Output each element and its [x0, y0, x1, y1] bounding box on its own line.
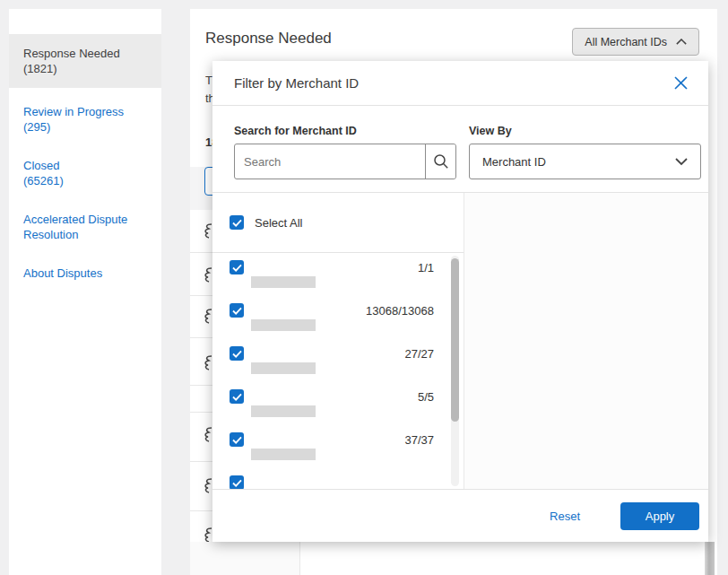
merchant-ids-dropdown-label: All Merchant IDs	[585, 36, 667, 48]
chevron-up-icon	[676, 39, 687, 46]
merchant-id-search	[234, 144, 456, 179]
merchant-items-list: 1/1 13068/13068 27/27 5/5	[212, 253, 464, 489]
redacted-merchant-id	[251, 362, 316, 374]
sidebar: Response Needed (1821) Review in Progres…	[9, 9, 161, 575]
sidebar-item-label: Closed	[23, 158, 147, 173]
list-scrollbar-track[interactable]	[451, 256, 459, 486]
sidebar-item-accelerated-dispute-resolution[interactable]: Accelerated Dispute Resolution	[23, 212, 147, 242]
modal-header: Filter by Merchant ID	[212, 61, 708, 106]
modal-right-pane	[464, 193, 708, 489]
merchant-dispute-count: 5/5	[418, 390, 434, 404]
view-by-select[interactable]: Merchant ID	[469, 144, 701, 179]
checkmark-icon	[232, 436, 242, 444]
modal-body: Select All 1/1 13068/13068 27/27	[212, 193, 708, 489]
modal-filter-form: Search for Merchant ID View By Merchant …	[212, 106, 708, 193]
redacted-merchant-id	[251, 319, 316, 331]
merchant-list-item[interactable]: 27/27	[212, 339, 464, 382]
merchant-list-item[interactable]: 1/1	[212, 253, 464, 296]
select-all-label: Select All	[255, 216, 302, 230]
sidebar-top-box	[9, 9, 161, 34]
merchant-ids-dropdown-button[interactable]: All Merchant IDs	[572, 28, 699, 56]
search-input[interactable]	[235, 144, 425, 179]
sidebar-item-about-disputes[interactable]: About Disputes	[23, 266, 147, 281]
checkmark-icon	[232, 264, 242, 272]
select-all-row[interactable]: Select All	[212, 193, 464, 253]
list-scrollbar-thumb[interactable]	[451, 258, 459, 422]
apply-button[interactable]: Apply	[620, 502, 699, 530]
merchant-checkbox[interactable]	[230, 303, 244, 318]
merchant-dispute-count: 1/1	[418, 261, 434, 274]
sidebar-item-label: Response Needed	[23, 46, 147, 61]
merchant-list-pane: Select All 1/1 13068/13068 27/27	[212, 193, 464, 489]
merchant-dispute-count: 37/37	[404, 433, 434, 447]
table-first-column-area	[190, 542, 300, 575]
modal-footer: Reset Apply	[212, 489, 708, 542]
close-button[interactable]	[672, 74, 690, 92]
sidebar-item-label: About Disputes	[23, 266, 147, 281]
checkmark-icon	[232, 393, 242, 401]
sidebar-item-label: Accelerated Dispute Resolution	[23, 212, 147, 242]
merchant-list-item[interactable]: 13068/13068	[212, 296, 464, 339]
sidebar-item-count: (1821)	[23, 61, 147, 76]
merchant-checkbox[interactable]	[230, 432, 244, 447]
sidebar-item-response-needed[interactable]: Response Needed (1821)	[9, 34, 161, 88]
filter-by-merchant-id-modal: Filter by Merchant ID Search for Merchan…	[212, 61, 708, 542]
checkmark-icon	[232, 307, 242, 315]
merchant-checkbox[interactable]	[230, 389, 244, 404]
merchant-checkbox[interactable]	[230, 346, 244, 361]
redacted-merchant-id	[251, 276, 316, 288]
modal-title: Filter by Merchant ID	[234, 75, 672, 91]
page-title: Response Needed	[205, 30, 332, 48]
table-row-divider	[190, 510, 213, 511]
select-all-checkbox[interactable]	[230, 215, 244, 230]
merchant-checkbox[interactable]	[230, 260, 244, 274]
close-icon	[673, 75, 689, 91]
table-row-divider	[190, 385, 213, 386]
sidebar-item-count: (295)	[23, 119, 147, 135]
sidebar-item-review-in-progress[interactable]: Review in Progress (295)	[23, 104, 147, 135]
merchant-list-item-partial[interactable]	[212, 468, 464, 489]
sidebar-item-count: (65261)	[23, 173, 147, 188]
table-row-divider	[190, 461, 213, 462]
table-row-divider	[190, 412, 213, 413]
table-row-divider	[190, 295, 213, 296]
merchant-checkbox[interactable]	[230, 475, 244, 489]
merchant-dispute-count: 13068/13068	[366, 304, 434, 318]
search-button[interactable]	[425, 144, 455, 179]
page-right-gutter	[717, 0, 728, 575]
checkmark-icon	[232, 219, 242, 227]
merchant-list-item[interactable]: 5/5	[212, 382, 464, 425]
merchant-list-item[interactable]: 37/37	[212, 425, 464, 468]
table-vertical-scrollbar[interactable]	[705, 542, 715, 575]
search-label: Search for Merchant ID	[234, 125, 357, 137]
redacted-merchant-id	[251, 449, 316, 460]
chevron-down-icon	[675, 158, 688, 166]
table-row-divider	[190, 252, 213, 253]
reset-button[interactable]: Reset	[550, 510, 580, 523]
merchant-dispute-count: 27/27	[404, 347, 434, 361]
search-icon	[433, 153, 449, 170]
sidebar-item-closed[interactable]: Closed (65261)	[23, 158, 147, 188]
view-by-selected-value: Merchant ID	[482, 155, 546, 169]
view-by-label: View By	[469, 125, 512, 137]
checkmark-icon	[232, 479, 242, 487]
checkmark-icon	[232, 350, 242, 358]
table-row-divider	[190, 337, 213, 338]
sidebar-item-label: Review in Progress	[23, 104, 147, 119]
redacted-merchant-id	[251, 405, 316, 417]
sidebar-links: Review in Progress (295) Closed (65261) …	[9, 88, 161, 575]
